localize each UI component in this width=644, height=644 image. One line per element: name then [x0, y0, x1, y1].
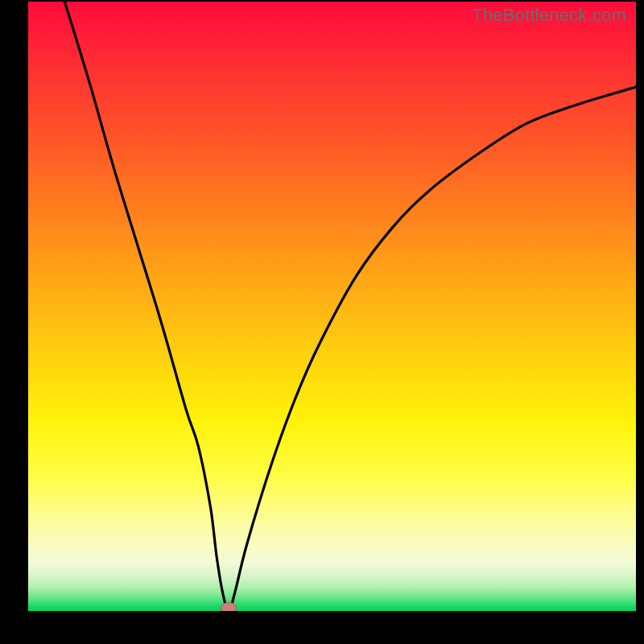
- plot-area: TheBottleneck.com: [28, 2, 636, 611]
- bottleneck-curve-group: [64, 2, 636, 611]
- chart-frame: TheBottleneck.com: [28, 2, 636, 611]
- bottleneck-curve: [64, 2, 636, 611]
- optimal-point-marker-icon: [221, 602, 237, 611]
- curve-layer: [28, 2, 636, 611]
